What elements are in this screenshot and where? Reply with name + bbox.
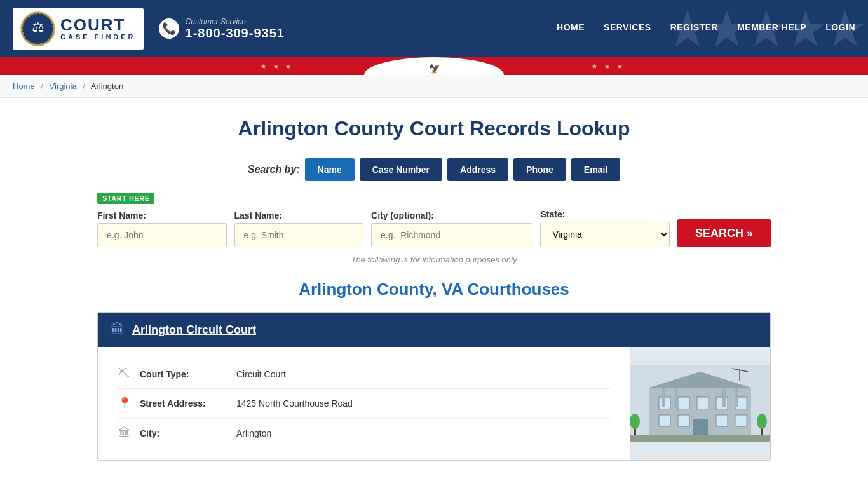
arch-curve: 🦅	[364, 57, 504, 75]
tab-phone[interactable]: Phone	[513, 158, 566, 181]
breadcrumb-sep-2: /	[83, 81, 85, 91]
courthouse-card: 🏛 Arlington Circuit Court ⛏ Court Type: …	[97, 312, 771, 461]
city-icon: 🏛	[117, 426, 132, 440]
svg-rect-12	[678, 415, 689, 426]
arch-stars-right: ★ ★ ★	[592, 63, 625, 70]
court-type-value: Circuit Court	[236, 369, 286, 379]
first-name-label: First Name:	[97, 210, 227, 220]
nav-register[interactable]: REGISTER	[670, 22, 719, 35]
courthouse-details: ⛏ Court Type: Circuit Court 📍 Street Add…	[98, 347, 630, 460]
arch-stars-left: ★ ★ ★	[261, 63, 294, 70]
cs-number: 1-800-309-9351	[186, 26, 285, 41]
tab-name[interactable]: Name	[305, 158, 355, 181]
logo-court-text: COURT	[60, 17, 125, 33]
svg-rect-18	[722, 388, 726, 407]
address-icon: 📍	[117, 396, 132, 410]
tab-address[interactable]: Address	[447, 158, 508, 181]
cs-label: Customer Service	[186, 17, 285, 26]
nav-member-help[interactable]: MEMBER HELP	[737, 22, 806, 35]
nav-login[interactable]: LOGIN	[825, 22, 855, 35]
tab-email[interactable]: Email	[571, 158, 620, 181]
svg-rect-16	[662, 388, 665, 407]
logo-box: ⚖ COURT CASE FINDER	[13, 8, 144, 50]
courthouse-name[interactable]: Arlington Circuit Court	[132, 323, 256, 337]
phone-icon: 📞	[159, 18, 179, 39]
breadcrumb-sep-1: /	[41, 81, 43, 91]
svg-rect-20	[630, 435, 770, 442]
svg-rect-11	[659, 415, 670, 426]
court-type-label: Court Type:	[140, 369, 229, 379]
info-note: The following is for information purpose…	[97, 255, 771, 264]
breadcrumb: Home / Virginia / Arlington	[0, 75, 868, 98]
svg-point-24	[757, 414, 767, 429]
svg-rect-8	[697, 397, 709, 410]
breadcrumb-virginia[interactable]: Virginia	[50, 81, 77, 91]
search-form: First Name: Last Name: City (optional): …	[97, 209, 771, 247]
courthouse-building-icon: 🏛	[111, 322, 125, 338]
courthouse-body: ⛏ Court Type: Circuit Court 📍 Street Add…	[98, 347, 770, 460]
customer-service: 📞 Customer Service 1-800-309-9351	[159, 17, 285, 41]
last-name-group: Last Name:	[234, 210, 364, 247]
state-select[interactable]: Virginia AlabamaAlaskaArizona ArkansasCa…	[540, 222, 670, 247]
main-nav: HOME SERVICES REGISTER MEMBER HELP LOGIN	[557, 22, 855, 35]
logo-case-finder-text: CASE FINDER	[60, 33, 136, 41]
arch-banner: ★ ★ ★ 🦅 ★ ★ ★	[0, 57, 868, 75]
svg-rect-14	[735, 415, 747, 426]
last-name-label: Last Name:	[234, 210, 364, 220]
page-title: Arlington County Court Records Lookup	[97, 117, 771, 140]
breadcrumb-current: Arlington	[91, 81, 123, 91]
city-value: Arlington	[236, 428, 271, 438]
courthouse-building-svg	[630, 365, 770, 442]
street-address-value: 1425 North Courthouse Road	[236, 398, 353, 409]
logo-text-box: COURT CASE FINDER	[60, 17, 136, 41]
courthouses-title: Arlington County, VA Courthouses	[97, 280, 771, 299]
first-name-input[interactable]	[97, 223, 227, 247]
svg-text:⚖: ⚖	[32, 19, 44, 35]
search-by-row: Search by: Name Case Number Address Phon…	[97, 158, 771, 181]
svg-rect-19	[735, 388, 738, 407]
city-label: City (optional):	[371, 210, 532, 220]
street-address-label: Street Address:	[140, 398, 229, 409]
svg-rect-9	[716, 397, 728, 410]
last-name-input[interactable]	[234, 223, 364, 247]
nav-home[interactable]: HOME	[557, 22, 585, 35]
nav-services[interactable]: SERVICES	[604, 22, 651, 35]
courthouse-image	[630, 347, 770, 460]
svg-rect-15	[693, 419, 708, 435]
cs-text: Customer Service 1-800-309-9351	[186, 17, 285, 41]
breadcrumb-home[interactable]: Home	[13, 81, 35, 91]
state-group: State: Virginia AlabamaAlaskaArizona Ark…	[540, 209, 670, 247]
start-here-badge: START HERE	[97, 193, 154, 204]
tab-case-number[interactable]: Case Number	[360, 158, 442, 181]
site-header: ★ ★ ★ ★ ★ ⚖ COURT CASE FINDER 📞 Customer…	[0, 0, 868, 57]
logo-emblem: ⚖	[20, 11, 55, 46]
svg-rect-7	[678, 397, 689, 410]
courthouse-card-header: 🏛 Arlington Circuit Court	[98, 313, 770, 347]
svg-rect-13	[716, 415, 728, 426]
city-label-detail: City:	[140, 428, 229, 438]
detail-row-address: 📍 Street Address: 1425 North Courthouse …	[117, 389, 611, 419]
detail-row-court-type: ⛏ Court Type: Circuit Court	[117, 360, 611, 389]
search-by-label: Search by:	[248, 164, 300, 175]
city-input[interactable]	[371, 223, 532, 247]
court-type-icon: ⛏	[117, 367, 132, 381]
search-button[interactable]: SEARCH »	[677, 219, 771, 247]
svg-rect-17	[675, 388, 678, 407]
state-label: State:	[540, 209, 670, 219]
city-group: City (optional):	[371, 210, 532, 247]
detail-row-city: 🏛 City: Arlington	[117, 419, 611, 447]
eagle-icon: 🦅	[429, 64, 440, 74]
main-content: Arlington County Court Records Lookup Se…	[85, 98, 783, 486]
first-name-group: First Name:	[97, 210, 227, 247]
